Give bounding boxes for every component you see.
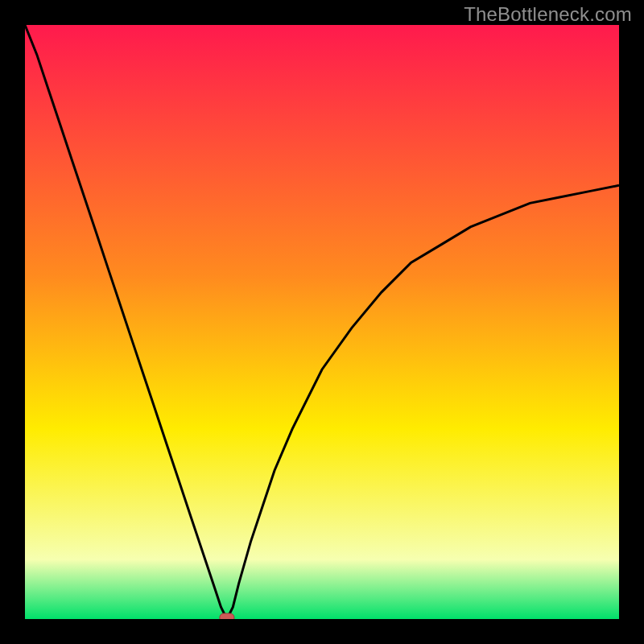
chart-frame: TheBottleneck.com [0,0,644,644]
bottleneck-chart [25,25,619,619]
watermark-text: TheBottleneck.com [464,3,632,26]
gradient-background [25,25,619,619]
minimum-marker [220,613,234,619]
plot-area [25,25,619,619]
